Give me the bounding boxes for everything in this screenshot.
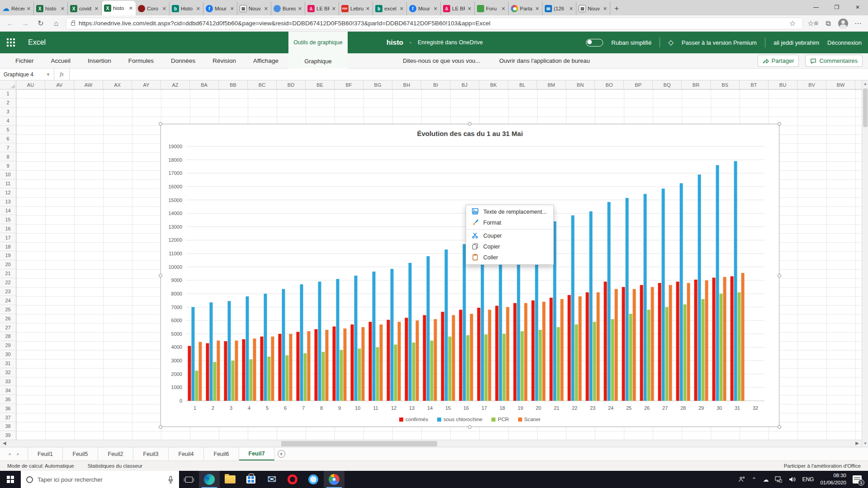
tab-graphique[interactable]: Graphique — [304, 53, 332, 69]
ribbon-tab-insertion[interactable]: Insertion — [88, 57, 111, 64]
row-header-33[interactable]: 33 — [0, 377, 16, 386]
ribbon-tab-formules[interactable]: Formules — [128, 57, 154, 64]
notification-center-icon[interactable]: 1 — [853, 475, 862, 483]
menu-item-cut[interactable]: Couper — [466, 230, 553, 241]
column-header-AX[interactable]: AX — [103, 80, 132, 89]
signout-link[interactable]: Déconnexion — [827, 39, 862, 46]
legend-item[interactable]: sous chlorochine — [437, 417, 482, 422]
tab-close-icon[interactable]: ✕ — [365, 6, 370, 12]
browser-tab[interactable]: PDFLebru✕ — [339, 2, 373, 15]
column-header-BF[interactable]: BF — [335, 80, 363, 89]
column-header-BV[interactable]: BV — [797, 80, 826, 89]
browser-tab[interactable]: bexcel✕ — [373, 2, 407, 15]
improve-office-link[interactable]: Participer à l'amélioration d'Office — [784, 463, 861, 469]
tab-close-icon[interactable]: ✕ — [230, 6, 235, 12]
scroll-left-icon[interactable]: ◀ — [3, 441, 6, 446]
app-launcher-icon[interactable] — [0, 32, 22, 53]
chart-title[interactable]: Évolution des cas du 1 au 31 Mai — [161, 130, 779, 137]
column-header-BL[interactable]: BL — [508, 80, 537, 89]
column-header-BD[interactable]: BD — [277, 80, 306, 89]
chart-object[interactable]: Évolution des cas du 1 au 31 Mai 0100020… — [160, 124, 779, 427]
language-indicator[interactable]: ENG — [802, 476, 814, 483]
menu-item-paste[interactable]: Coller — [466, 252, 553, 263]
column-header-BB[interactable]: BB — [219, 80, 248, 89]
row-header-20[interactable]: 20 — [0, 260, 16, 269]
tab-close-icon[interactable]: ✕ — [535, 6, 540, 12]
column-header-BN[interactable]: BN — [566, 80, 595, 89]
row-header-39[interactable]: 39 — [0, 431, 16, 440]
row-header-22[interactable]: 22 — [0, 278, 16, 287]
row-header-37[interactable]: 37 — [0, 413, 16, 422]
column-header-BT[interactable]: BT — [740, 80, 769, 89]
browser-tab[interactable]: ✉(126✕ — [542, 2, 576, 15]
row-header-9[interactable]: 9 — [0, 161, 16, 170]
ribbon-tab-fichier[interactable]: Fichier — [15, 57, 34, 64]
horizontal-scrollbar[interactable]: ◀ ▶ — [0, 440, 862, 447]
row-header-2[interactable]: 2 — [0, 99, 16, 108]
browser-tab[interactable]: fMour✕ — [407, 2, 441, 15]
menu-item-format[interactable]: Format — [466, 217, 553, 228]
chart-plot-area[interactable]: 0100020003000400050006000700080009000100… — [161, 124, 779, 427]
home-icon[interactable]: ⌂ — [51, 19, 61, 28]
row-header-21[interactable]: 21 — [0, 269, 16, 278]
row-header-6[interactable]: 6 — [0, 134, 16, 143]
row-header-38[interactable]: 38 — [0, 422, 16, 431]
close-button[interactable]: ✕ — [847, 0, 868, 14]
tab-close-icon[interactable]: ✕ — [162, 6, 167, 12]
refresh-icon[interactable]: ↻ — [35, 19, 46, 28]
ribbon-tab-affichage[interactable]: Affichage — [253, 57, 278, 64]
document-name[interactable]: histo — [387, 38, 403, 47]
selection-handle[interactable] — [159, 274, 162, 277]
ribbon-tab-données[interactable]: Données — [171, 57, 195, 64]
browser-tab[interactable]: Burea✕ — [271, 2, 305, 15]
vertical-scroll-thumb[interactable] — [863, 89, 868, 127]
chevron-up-icon[interactable]: ⌃ — [752, 476, 757, 483]
row-header-17[interactable]: 17 — [0, 233, 16, 242]
favorite-star-icon[interactable]: ☆ — [787, 19, 798, 28]
tab-close-icon[interactable]: ✕ — [603, 6, 608, 12]
formula-input[interactable] — [70, 69, 868, 80]
row-header-31[interactable]: 31 — [0, 359, 16, 368]
browser-tab[interactable]: fMour✕ — [203, 2, 237, 15]
add-sheet-button[interactable]: + — [274, 447, 288, 460]
column-header-BO[interactable]: BO — [595, 80, 624, 89]
column-header-BX[interactable]: BX — [855, 80, 862, 89]
column-header-BS[interactable]: BS — [711, 80, 740, 89]
column-header-BC[interactable]: BC — [248, 80, 277, 89]
workbook-stats-label[interactable]: Statistiques du classeur — [88, 463, 142, 469]
row-header-34[interactable]: 34 — [0, 386, 16, 395]
address-bar[interactable]: https://onedrive.live.com/edit.aspx?cid=… — [66, 18, 803, 29]
row-header-3[interactable]: 3 — [0, 108, 16, 117]
network-icon[interactable] — [775, 476, 782, 483]
row-header-23[interactable]: 23 — [0, 287, 16, 296]
volume-icon[interactable] — [788, 476, 796, 483]
collections-icon[interactable]: ⧉ — [823, 19, 834, 28]
browser-tab[interactable]: Xhisto✕ — [34, 2, 68, 15]
task-view-icon[interactable] — [179, 471, 199, 488]
onedrive-cloud-icon[interactable]: ☁ — [763, 476, 769, 483]
selection-handle[interactable] — [778, 122, 781, 126]
people-icon[interactable] — [738, 476, 745, 483]
selection-handle[interactable] — [468, 425, 472, 429]
column-header-AV[interactable]: AV — [45, 80, 74, 89]
sheet-tab-feuil6[interactable]: Feuil6 — [204, 447, 239, 460]
tab-close-icon[interactable]: ✕ — [297, 6, 302, 12]
vertical-scrollbar[interactable]: ▲ ▼ — [862, 80, 868, 447]
clock[interactable]: 08:30 01/06/2020 — [820, 472, 846, 486]
tab-close-icon[interactable]: ✕ — [128, 5, 133, 11]
start-button[interactable] — [0, 471, 21, 488]
selection-handle[interactable] — [159, 122, 162, 126]
tab-close-icon[interactable]: ✕ — [433, 6, 438, 12]
browser-tab[interactable]: Xhisto✕ — [102, 1, 136, 15]
column-header-BR[interactable]: BR — [682, 80, 711, 89]
row-header-36[interactable]: 36 — [0, 404, 16, 413]
row-header-32[interactable]: 32 — [0, 368, 16, 377]
taskbar-app-store-icon[interactable] — [241, 471, 261, 488]
sheet-tab-feuil5[interactable]: Feuil5 — [63, 447, 98, 460]
browser-tab[interactable]: Foru✕ — [475, 2, 509, 15]
scroll-down-icon[interactable]: ▼ — [862, 441, 868, 446]
url-text[interactable]: https://onedrive.live.com/edit.aspx?cid=… — [79, 20, 783, 27]
column-header-AU[interactable]: AU — [16, 80, 45, 89]
browser-tab[interactable]: bHisto✕ — [170, 2, 203, 15]
row-header-7[interactable]: 7 — [0, 143, 16, 152]
